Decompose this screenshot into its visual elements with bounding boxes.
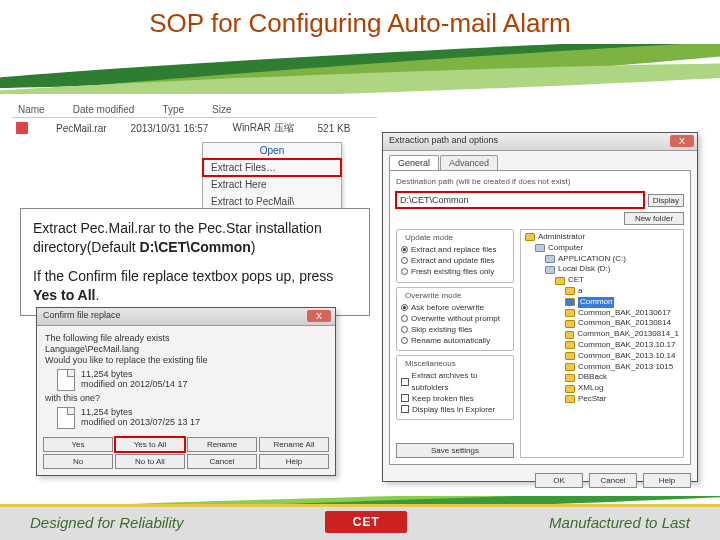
checkbox-icon [401, 394, 409, 402]
text-bold: Yes to All [33, 287, 96, 303]
tree-item[interactable]: Common_BAK_2013.10.17 [565, 340, 679, 351]
file-date: 2013/10/31 16:57 [131, 123, 209, 134]
misc-opt-1[interactable]: Extract archives to subfolders [401, 370, 509, 392]
tree-label: a [578, 286, 582, 297]
folder-icon [555, 277, 565, 285]
file-modified: modified on 2013/07/25 13 17 [81, 417, 200, 427]
radio-label: Extract and update files [411, 255, 495, 266]
rename-button[interactable]: Rename [187, 437, 257, 452]
misc-opt-3[interactable]: Display files in Explorer [401, 404, 509, 415]
tree-item[interactable]: Common_BAK_20130814_1 [565, 329, 679, 340]
tree-item[interactable]: Common_BAK_20130617 [565, 308, 679, 319]
radio-icon [401, 315, 408, 322]
folder-icon [565, 287, 575, 295]
tree-item[interactable]: Local Disk (D:) [545, 264, 679, 275]
no-to-all-button[interactable]: No to All [115, 454, 185, 469]
folder-icon [565, 395, 575, 403]
tree-item[interactable]: APPLICATION (C:) [545, 254, 679, 265]
check-label: Keep broken files [412, 393, 474, 404]
tree-item[interactable]: PecStar [565, 394, 679, 405]
tree-item[interactable]: CET [555, 275, 679, 286]
checkbox-icon [401, 405, 409, 413]
tree-item[interactable]: DBBack [565, 372, 679, 383]
tree-item-selected[interactable]: Common [565, 297, 679, 308]
yes-to-all-button[interactable]: Yes to All [115, 437, 185, 452]
tree-item[interactable]: XMLog [565, 383, 679, 394]
dest-path-input[interactable]: D:\CET\Common [396, 192, 644, 208]
page-title: SOP for Configuring Auto-mail Alarm [0, 8, 720, 39]
tab-general[interactable]: General [389, 155, 439, 170]
check-label: Extract archives to subfolders [412, 370, 509, 392]
footer-bar: Designed for Reliability CET Manufacture… [0, 504, 720, 540]
yes-button[interactable]: Yes [43, 437, 113, 452]
tab-advanced[interactable]: Advanced [440, 155, 498, 170]
tree-item[interactable]: Administrator [525, 232, 679, 243]
cancel-button[interactable]: Cancel [589, 473, 637, 488]
text-bold: D:\CET\Common [140, 239, 251, 255]
context-extract-here[interactable]: Extract Here [203, 176, 341, 193]
confirm-file-existing: 11,254 bytes modified on 2012/05/14 17 [57, 369, 327, 391]
display-button[interactable]: Display [648, 194, 684, 207]
text: If the Confirm file replace textbox pops… [33, 268, 333, 284]
radio-label: Skip existing files [411, 324, 472, 335]
radio-icon [401, 268, 408, 275]
help-button[interactable]: Help [643, 473, 691, 488]
close-icon[interactable]: X [670, 135, 694, 147]
tree-item[interactable]: Computer [535, 243, 679, 254]
radio-icon [401, 246, 408, 253]
file-size: 11,254 bytes [81, 369, 188, 379]
computer-icon [535, 244, 545, 252]
update-opt-3[interactable]: Fresh existing files only [401, 266, 509, 277]
group-title: Overwrite mode [403, 291, 463, 300]
confirm-dialog: Confirm file replace X The following fil… [36, 307, 336, 476]
tree-label: PecStar [578, 394, 606, 405]
footer-left-text: Designed for Reliability [30, 514, 183, 531]
dest-path-value: D:\CET\Common [400, 195, 469, 205]
folder-icon [565, 331, 574, 339]
file-row[interactable]: PecMail.rar 2013/10/31 16:57 WinRAR 压缩 5… [12, 118, 377, 138]
tree-label: Administrator [538, 232, 585, 243]
folder-icon [565, 320, 575, 328]
radio-icon [401, 304, 408, 311]
tree-label: Common_BAK_2013.10.17 [578, 340, 675, 351]
group-title: Miscellaneous [403, 359, 458, 368]
tree-item[interactable]: Common_BAK_20130814 [565, 318, 679, 329]
tree-label: Computer [548, 243, 583, 254]
cancel-button[interactable]: Cancel [187, 454, 257, 469]
tree-item[interactable]: Common_BAK_2013 1015 [565, 362, 679, 373]
overwrite-opt-3[interactable]: Skip existing files [401, 324, 509, 335]
update-opt-2[interactable]: Extract and update files [401, 255, 509, 266]
misc-opt-2[interactable]: Keep broken files [401, 393, 509, 404]
overwrite-opt-2[interactable]: Overwrite without prompt [401, 313, 509, 324]
tree-item[interactable]: a [565, 286, 679, 297]
rename-all-button[interactable]: Rename All [259, 437, 329, 452]
file-modified: modified on 2012/05/14 17 [81, 379, 188, 389]
folder-tree[interactable]: Administrator Computer APPLICATION (C:) … [520, 229, 684, 458]
update-opt-1[interactable]: Extract and replace files [401, 244, 509, 255]
context-menu-header: Open [203, 143, 341, 159]
new-folder-button[interactable]: New folder [624, 212, 684, 225]
dest-path-label: Destination path (will be created if doe… [396, 177, 684, 186]
overwrite-opt-1[interactable]: Ask before overwrite [401, 302, 509, 313]
misc-group: Miscellaneous Extract archives to subfol… [396, 355, 514, 420]
ok-button[interactable]: OK [535, 473, 583, 488]
close-icon[interactable]: X [307, 310, 331, 322]
checkbox-icon [401, 378, 409, 386]
radio-label: Fresh existing files only [411, 266, 494, 277]
save-settings-button[interactable]: Save settings [396, 443, 514, 458]
confirm-file-new: 11,254 bytes modified on 2013/07/25 13 1… [57, 407, 327, 429]
overwrite-opt-4[interactable]: Rename automatically [401, 335, 509, 346]
explorer-window: Name Date modified Type Size PecMail.rar… [12, 102, 377, 197]
update-mode-group: Update mode Extract and replace files Ex… [396, 229, 514, 283]
tree-item[interactable]: Common_BAK_2013.10.14 [565, 351, 679, 362]
folder-icon [565, 385, 575, 393]
context-menu: Open Extract Files… Extract Here Extract… [202, 142, 342, 211]
tree-label: Common [578, 297, 614, 308]
radio-icon [401, 326, 408, 333]
no-button[interactable]: No [43, 454, 113, 469]
help-button[interactable]: Help [259, 454, 329, 469]
context-extract-files[interactable]: Extract Files… [203, 159, 341, 176]
confirm-filepath: Language\PecMail.lang [45, 344, 327, 354]
instruction-panel: Extract Pec.Mail.rar to the Pec.Star ins… [20, 208, 370, 316]
folder-icon [565, 352, 575, 360]
